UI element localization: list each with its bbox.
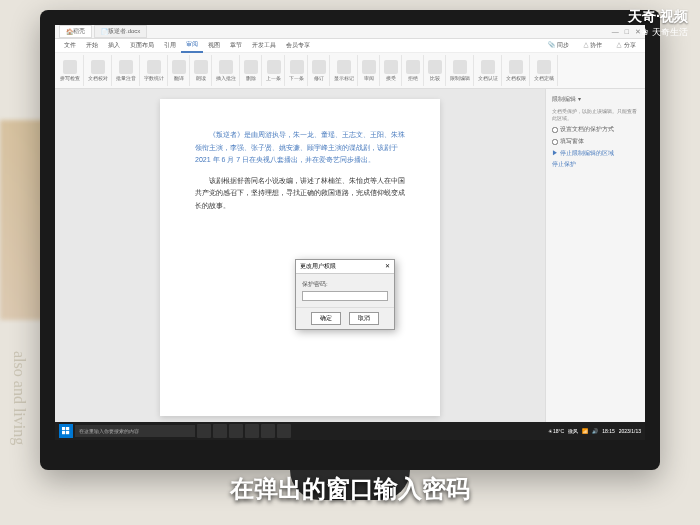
tray-date[interactable]: 2023/1/13: [619, 428, 641, 434]
dialog-titlebar: 更改用户权限 ✕: [296, 260, 394, 274]
close-button[interactable]: ✕: [635, 28, 641, 36]
tool-文档权限[interactable]: 文档权限: [503, 55, 530, 86]
tool-拼写检查[interactable]: 拼写检查: [57, 55, 84, 86]
document-area[interactable]: 《叛逆者》是由周游执导，朱一龙、童瑶、王志文、王阳、朱珠领衔主演，李强、张子贤、…: [55, 89, 545, 426]
svg-rect-0: [62, 427, 65, 430]
taskbar-app-3[interactable]: [229, 424, 243, 438]
tool-删除[interactable]: 删除: [241, 55, 262, 86]
content-area: 《叛逆者》是由周游执导，朱一龙、童瑶、王志文、王阳、朱珠领衔主演，李强、张子贤、…: [55, 89, 645, 426]
tool-修订[interactable]: 修订: [309, 55, 330, 86]
tool-文档认证[interactable]: 文档认证: [475, 55, 502, 86]
tab-home[interactable]: 🏠 稻壳: [59, 25, 92, 38]
monitor-frame: 🏠 稻壳 📄 叛逆者.docx — □ ✕ 文件 开始 插入 页面布局 引用 审…: [40, 10, 660, 470]
tab-document[interactable]: 📄 叛逆者.docx: [94, 25, 147, 38]
tool-朗读[interactable]: 朗读: [191, 55, 212, 86]
ribbon-tab-view[interactable]: 视图: [203, 39, 225, 52]
taskbar-app-4[interactable]: [245, 424, 259, 438]
collab-button[interactable]: △ 协作: [578, 39, 608, 52]
cancel-button[interactable]: 取消: [349, 312, 379, 325]
ribbon-tabs: 文件 开始 插入 页面布局 引用 审阅 视图 章节 开发工具 会员专享 📎 同步…: [55, 39, 645, 53]
tray-time[interactable]: 18:15: [602, 428, 615, 434]
tool-插入批注[interactable]: 插入批注: [213, 55, 240, 86]
wind-text: 微风: [568, 428, 578, 434]
watermark-main: 天奇·视频: [628, 8, 688, 26]
decoration-text: also and living: [10, 351, 28, 445]
tray-network-icon[interactable]: 📶: [582, 428, 588, 434]
stop-protect-button[interactable]: 停止保护: [552, 160, 639, 169]
svg-rect-2: [62, 431, 65, 434]
ribbon-toolbar: 拼写检查文档校对批量注音字数统计翻译朗读插入批注删除上一条下一条修订显示标记审阅…: [55, 53, 645, 89]
tool-接受[interactable]: 接受: [381, 55, 402, 86]
paragraph-1: 《叛逆者》是由周游执导，朱一龙、童瑶、王志文、王阳、朱珠领衔主演，李强、张子贤、…: [195, 129, 405, 167]
tool-下一条[interactable]: 下一条: [286, 55, 308, 86]
watermark-sub: ❀ 天奇生活: [641, 26, 688, 39]
tool-审阅[interactable]: 审阅: [359, 55, 380, 86]
tool-比较[interactable]: 比较: [425, 55, 446, 86]
weather-icon[interactable]: ☀ 18°C: [548, 428, 565, 434]
taskbar-app-1[interactable]: [197, 424, 211, 438]
ribbon-tab-start[interactable]: 开始: [81, 39, 103, 52]
svg-rect-1: [66, 427, 69, 430]
ribbon-tab-insert[interactable]: 插入: [103, 39, 125, 52]
ribbon-tab-ref[interactable]: 引用: [159, 39, 181, 52]
app-titlebar: 🏠 稻壳 📄 叛逆者.docx — □ ✕: [55, 25, 645, 39]
restrict-edit-panel: 限制编辑 ▾ 文档受保护，以防止误编辑。只能查看此区域。 设置文档的保护方式 填…: [545, 89, 645, 426]
minimize-button[interactable]: —: [612, 28, 619, 36]
sync-button[interactable]: 📎 同步: [543, 39, 574, 52]
window-controls: — □ ✕: [612, 28, 641, 36]
checkbox-fill-form[interactable]: 填写窗体: [552, 137, 639, 146]
video-subtitle: 在弹出的窗口输入密码: [0, 473, 700, 505]
taskbar: 在这里输入你要搜索的内容 ☀ 18°C 微风 📶 🔊 18:15 2023/1/…: [55, 422, 645, 440]
tool-字数统计[interactable]: 字数统计: [141, 55, 168, 86]
sidebar-link[interactable]: ▶ 停止限制编辑的区域: [552, 149, 639, 158]
tool-批量注音[interactable]: 批量注音: [113, 55, 140, 86]
dialog-title-text: 更改用户权限: [300, 262, 336, 271]
system-tray[interactable]: ☀ 18°C 微风 📶 🔊 18:15 2023/1/13: [548, 428, 641, 434]
page: 《叛逆者》是由周游执导，朱一龙、童瑶、王志文、王阳、朱珠领衔主演，李强、张子贤、…: [160, 99, 440, 416]
taskbar-search[interactable]: 在这里输入你要搜索的内容: [75, 425, 195, 437]
ribbon-tab-review[interactable]: 审阅: [181, 38, 203, 53]
tool-文档定稿[interactable]: 文档定稿: [531, 55, 558, 86]
ok-button[interactable]: 确定: [311, 312, 341, 325]
tool-文档校对[interactable]: 文档校对: [85, 55, 112, 86]
ribbon-tab-file[interactable]: 文件: [59, 39, 81, 52]
start-button[interactable]: [59, 424, 73, 438]
tool-拒绝[interactable]: 拒绝: [403, 55, 424, 86]
taskbar-app-6[interactable]: [277, 424, 291, 438]
password-label: 保护密码:: [302, 280, 388, 289]
screen: 🏠 稻壳 📄 叛逆者.docx — □ ✕ 文件 开始 插入 页面布局 引用 审…: [55, 25, 645, 440]
tray-volume-icon[interactable]: 🔊: [592, 428, 598, 434]
taskbar-app-2[interactable]: [213, 424, 227, 438]
sidebar-title[interactable]: 限制编辑 ▾: [552, 95, 639, 104]
paragraph-2: 该剧根据舒善同名小说改编，讲述了林楠笙、朱怡贞等人在中国共产党的感召下，坚持理想…: [195, 175, 405, 213]
taskbar-app-5[interactable]: [261, 424, 275, 438]
checkbox-protect-mode[interactable]: 设置文档的保护方式: [552, 125, 639, 134]
ribbon-tab-member[interactable]: 会员专享: [281, 39, 315, 52]
svg-rect-3: [66, 431, 69, 434]
password-input[interactable]: [302, 291, 388, 301]
tool-显示标记[interactable]: 显示标记: [331, 55, 358, 86]
dialog-close-icon[interactable]: ✕: [385, 262, 390, 271]
ribbon-tab-chapter[interactable]: 章节: [225, 39, 247, 52]
ribbon-tab-layout[interactable]: 页面布局: [125, 39, 159, 52]
tool-上一条[interactable]: 上一条: [263, 55, 285, 86]
ribbon-tab-dev[interactable]: 开发工具: [247, 39, 281, 52]
tool-限制编辑[interactable]: 限制编辑: [447, 55, 474, 86]
tool-翻译[interactable]: 翻译: [169, 55, 190, 86]
sidebar-description: 文档受保护，以防止误编辑。只能查看此区域。: [552, 108, 639, 122]
maximize-button[interactable]: □: [625, 28, 629, 36]
share-button[interactable]: △ 分享: [611, 39, 641, 52]
password-dialog: 更改用户权限 ✕ 保护密码: 确定 取消: [295, 259, 395, 330]
